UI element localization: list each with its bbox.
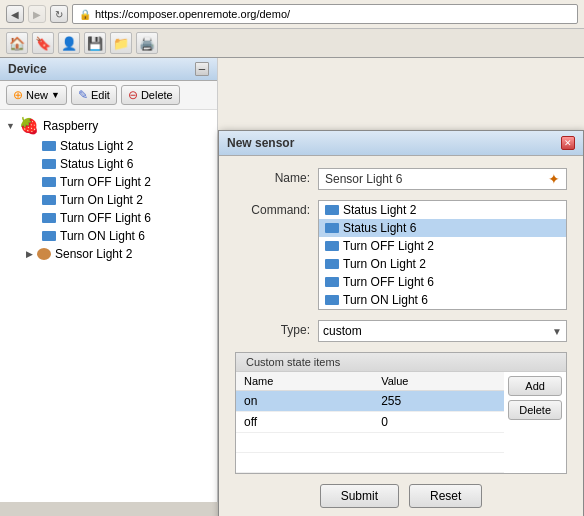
tree-item-sensor-light-2[interactable]: ▶ Sensor Light 2 xyxy=(0,245,217,263)
cmd-turnon-light-6[interactable]: Turn ON Light 6 xyxy=(319,291,566,309)
item-label: Turn ON Light 6 xyxy=(60,229,145,243)
tree-item-turnoff-light-6[interactable]: Turn OFF Light 6 xyxy=(0,209,217,227)
toolbar-home-icon[interactable]: 🏠 xyxy=(6,32,28,54)
state-name: on xyxy=(236,391,373,412)
url-text: https://composer.openremote.org/demo/ xyxy=(95,8,290,20)
name-field-container: Sensor Light 6 ✦ xyxy=(318,168,567,190)
address-bar[interactable]: 🔒 https://composer.openremote.org/demo/ xyxy=(72,4,578,24)
item-label: Turn On Light 2 xyxy=(60,193,143,207)
new-dropdown-icon: ▼ xyxy=(51,90,60,100)
dialog-title: New sensor xyxy=(227,136,294,150)
edit-button[interactable]: ✎ Edit xyxy=(71,85,117,105)
tree-root[interactable]: ▼ 🍓 Raspberry xyxy=(0,114,217,137)
edit-icon: ✎ xyxy=(78,88,88,102)
browser-toolbar: 🏠 🔖 👤 💾 📁 🖨️ xyxy=(0,29,584,57)
item-label: Turn OFF Light 6 xyxy=(60,211,151,225)
device-icon xyxy=(42,141,56,151)
toolbar-save-icon[interactable]: 💾 xyxy=(84,32,106,54)
type-label: Type: xyxy=(235,320,310,337)
state-value: 0 xyxy=(373,412,504,433)
panel-toolbar: ⊕ New ▼ ✎ Edit ⊖ Delete xyxy=(0,81,217,110)
close-button[interactable]: ✕ xyxy=(561,136,575,150)
new-button[interactable]: ⊕ New ▼ xyxy=(6,85,67,105)
toolbar-user-icon[interactable]: 👤 xyxy=(58,32,80,54)
type-value: custom xyxy=(323,324,362,338)
cmd-icon xyxy=(325,295,339,305)
submit-button[interactable]: Submit xyxy=(320,484,399,508)
cmd-icon xyxy=(325,277,339,287)
edit-label: Edit xyxy=(91,89,110,101)
type-select[interactable]: custom ▼ xyxy=(318,320,567,342)
command-list[interactable]: Status Light 2 Status Light 6 Turn OFF L… xyxy=(318,200,567,310)
tree-item-status-light-2[interactable]: Status Light 2 xyxy=(0,137,217,155)
tree-item-status-light-6[interactable]: Status Light 6 xyxy=(0,155,217,173)
back-button[interactable]: ◀ xyxy=(6,5,24,23)
refresh-button[interactable]: ↻ xyxy=(50,5,68,23)
toolbar-folder-icon[interactable]: 📁 xyxy=(110,32,132,54)
device-icon xyxy=(42,195,56,205)
cmd-label: Status Light 6 xyxy=(343,221,416,235)
custom-state-box: Custom state items Name Value xyxy=(235,352,567,474)
command-list-container: Status Light 2 Status Light 6 Turn OFF L… xyxy=(318,200,567,310)
dialog-titlebar: New sensor ✕ xyxy=(219,131,583,156)
cmd-status-light-2[interactable]: Status Light 2 xyxy=(319,201,566,219)
name-row: Name: Sensor Light 6 ✦ xyxy=(235,168,567,190)
name-input[interactable]: Sensor Light 6 ✦ xyxy=(318,168,567,190)
state-row-off[interactable]: off 0 xyxy=(236,412,504,433)
select-arrow-icon: ▼ xyxy=(552,326,562,337)
state-value: 255 xyxy=(373,391,504,412)
tree-item-turnoff-light-2[interactable]: Turn OFF Light 2 xyxy=(0,173,217,191)
lock-icon: 🔒 xyxy=(79,9,91,20)
new-icon: ⊕ xyxy=(13,88,23,102)
state-row-empty1 xyxy=(236,433,504,453)
device-icon xyxy=(42,213,56,223)
command-label: Command: xyxy=(235,200,310,217)
tree-item-turnon-light-2[interactable]: Turn On Light 2 xyxy=(0,191,217,209)
expand-icon: ▼ xyxy=(6,121,15,131)
state-buttons: Add Delete xyxy=(504,372,566,473)
minimize-button[interactable]: ─ xyxy=(195,62,209,76)
item-label: Status Light 6 xyxy=(60,157,133,171)
browser-nav: ◀ ▶ ↻ 🔒 https://composer.openremote.org/… xyxy=(0,0,584,29)
tree-item-turnon-light-6[interactable]: Turn ON Light 6 xyxy=(0,227,217,245)
state-content: Name Value on 255 off xyxy=(236,372,566,473)
left-panel: Device ─ ⊕ New ▼ ✎ Edit ⊖ Delete ▼ 🍓 Ras… xyxy=(0,58,218,502)
left-panel-header: Device ─ xyxy=(0,58,217,81)
custom-state-title: Custom state items xyxy=(236,353,566,372)
dialog-footer: Submit Reset xyxy=(235,484,567,508)
name-label: Name: xyxy=(235,168,310,185)
cmd-label: Turn OFF Light 6 xyxy=(343,275,434,289)
cmd-label: Turn OFF Light 2 xyxy=(343,239,434,253)
state-name: off xyxy=(236,412,373,433)
toolbar-bookmark-icon[interactable]: 🔖 xyxy=(32,32,54,54)
new-label: New xyxy=(26,89,48,101)
delete-icon: ⊖ xyxy=(128,88,138,102)
reset-button[interactable]: Reset xyxy=(409,484,482,508)
cmd-turnoff-light-6[interactable]: Turn OFF Light 6 xyxy=(319,273,566,291)
raspberry-icon: 🍓 xyxy=(19,116,39,135)
state-row-on[interactable]: on 255 xyxy=(236,391,504,412)
device-icon xyxy=(42,177,56,187)
delete-button[interactable]: ⊖ Delete xyxy=(121,85,180,105)
toolbar-print-icon[interactable]: 🖨️ xyxy=(136,32,158,54)
cmd-turnoff-light-2[interactable]: Turn OFF Light 2 xyxy=(319,237,566,255)
sensor-icon xyxy=(37,248,51,260)
state-table-container: Name Value on 255 off xyxy=(236,372,504,473)
type-row: Type: custom ▼ xyxy=(235,320,567,342)
cmd-icon xyxy=(325,259,339,269)
col-value: Value xyxy=(373,372,504,391)
expand-icon: ▶ xyxy=(26,249,33,259)
cmd-label: Status Light 2 xyxy=(343,203,416,217)
delete-state-button[interactable]: Delete xyxy=(508,400,562,420)
browser-chrome: ◀ ▶ ↻ 🔒 https://composer.openremote.org/… xyxy=(0,0,584,58)
cmd-turnon-light-2[interactable]: Turn On Light 2 xyxy=(319,255,566,273)
item-label: Turn OFF Light 2 xyxy=(60,175,151,189)
item-label: Status Light 2 xyxy=(60,139,133,153)
add-state-button[interactable]: Add xyxy=(508,376,562,396)
required-marker: ✦ xyxy=(548,171,560,187)
forward-button[interactable]: ▶ xyxy=(28,5,46,23)
panel-title: Device xyxy=(8,62,47,76)
state-row-empty2 xyxy=(236,453,504,473)
col-name: Name xyxy=(236,372,373,391)
cmd-status-light-6[interactable]: Status Light 6 xyxy=(319,219,566,237)
